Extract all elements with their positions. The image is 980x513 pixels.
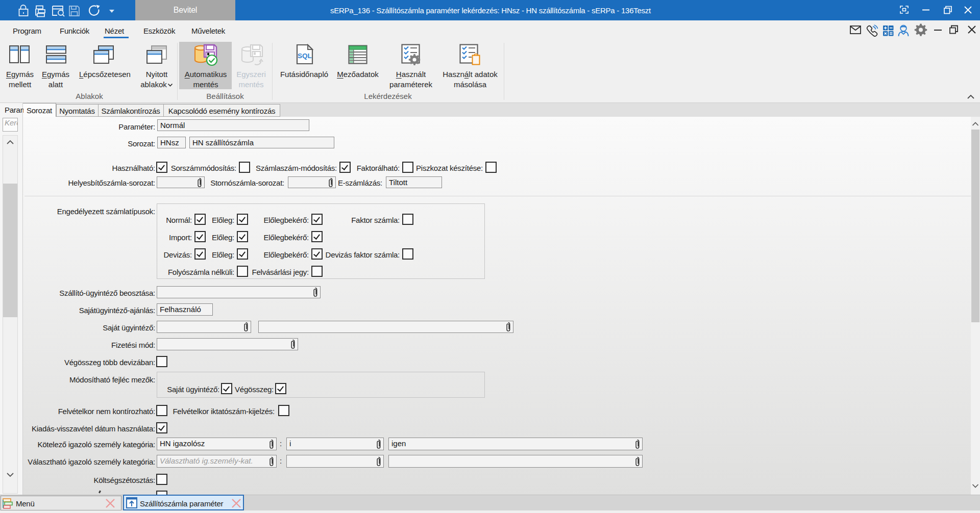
svg-text:SQL: SQL (298, 52, 312, 60)
